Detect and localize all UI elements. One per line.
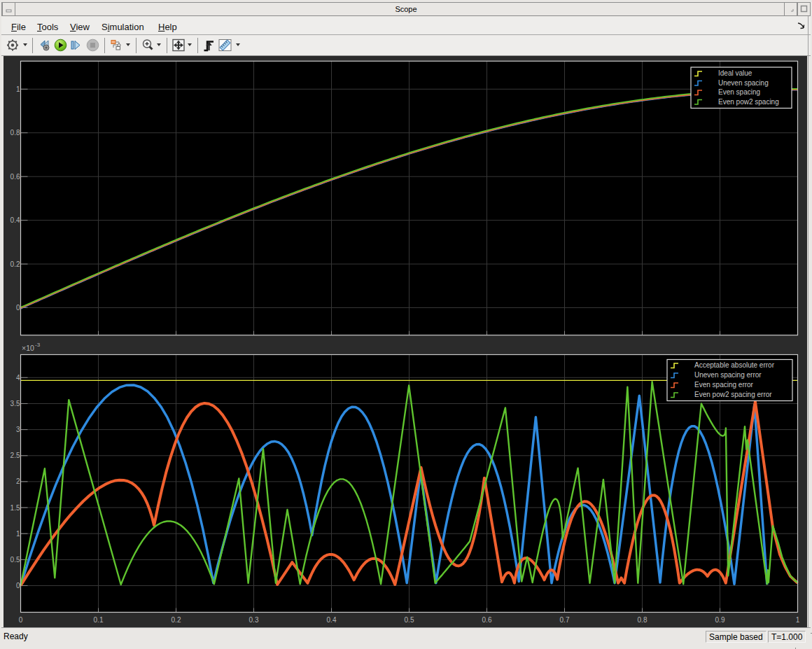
svg-text:0.9: 0.9	[715, 616, 725, 624]
svg-text:0.8: 0.8	[638, 616, 648, 624]
svg-text:0: 0	[19, 616, 23, 624]
svg-text:0: 0	[16, 582, 20, 589]
svg-text:0: 0	[16, 304, 20, 312]
svg-text:4: 4	[16, 374, 20, 382]
svg-text:Uneven spacing: Uneven spacing	[718, 79, 769, 87]
svg-text:0.4: 0.4	[327, 616, 337, 624]
svg-text:Uneven spacing error: Uneven spacing error	[694, 371, 762, 379]
svg-text:0.6: 0.6	[482, 616, 492, 624]
svg-text:1: 1	[16, 530, 20, 538]
svg-text:0.2: 0.2	[10, 260, 20, 268]
svg-text:0.5: 0.5	[10, 556, 20, 564]
svg-text:0.3: 0.3	[249, 616, 259, 624]
svg-text:Even spacing: Even spacing	[718, 88, 760, 96]
svg-text:0.6: 0.6	[10, 173, 20, 181]
svg-text:2: 2	[16, 477, 20, 485]
svg-text:Ideal value: Ideal value	[718, 69, 752, 77]
svg-text:Acceptable absolute error: Acceptable absolute error	[694, 361, 775, 369]
svg-text:3.5: 3.5	[10, 400, 20, 407]
svg-text:Even spacing error: Even spacing error	[694, 381, 754, 389]
svg-text:1: 1	[16, 85, 20, 93]
svg-text:Even pow2 spacing error: Even pow2 spacing error	[694, 391, 772, 398]
svg-text:0.8: 0.8	[10, 129, 20, 137]
svg-text:Even pow2 spacing: Even pow2 spacing	[718, 98, 779, 106]
svg-text:1: 1	[796, 616, 800, 624]
svg-text:-3: -3	[35, 342, 41, 348]
svg-text:0.5: 0.5	[405, 616, 414, 624]
svg-text:2.5: 2.5	[10, 452, 20, 459]
svg-text:×10: ×10	[22, 344, 34, 352]
svg-text:0.7: 0.7	[560, 616, 570, 624]
svg-text:0.1: 0.1	[94, 616, 104, 624]
svg-text:1.5: 1.5	[10, 504, 20, 512]
svg-text:3: 3	[16, 426, 20, 433]
svg-text:0.4: 0.4	[10, 216, 20, 224]
svg-text:0.2: 0.2	[172, 616, 181, 624]
